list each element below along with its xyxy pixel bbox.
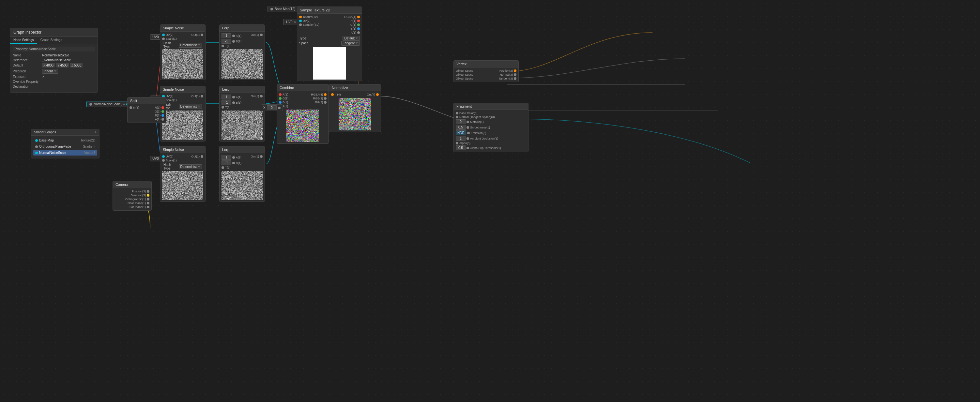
lerp2-a-val[interactable]: 1 — [221, 95, 231, 99]
sn1-preview — [162, 49, 203, 79]
inspector-row-declaration: Declaration — [13, 85, 95, 88]
vertex-node[interactable]: Vertex Object Space Position(3) Object S… — [453, 60, 519, 82]
camera-orth-label: Orthographic(1) — [125, 197, 146, 201]
xyz-x[interactable]: X 4000 — [42, 63, 55, 67]
sn3-hash-dropdown[interactable]: Determinist ▼ — [179, 164, 202, 169]
type-dropdown[interactable]: Default ▼ — [342, 36, 360, 41]
lerp1-a-port — [232, 35, 235, 37]
name-value: NormalNoiseScale — [42, 54, 95, 57]
normal-noise-label: NormalNoiseScale(3) — [94, 102, 125, 106]
xyz-y[interactable]: Y 4500 — [56, 63, 69, 67]
exposed-label: Exposed — [13, 75, 42, 79]
lerp3-b-port — [232, 162, 235, 164]
frag-metallic-val[interactable]: 0 — [456, 119, 466, 124]
shader-graph-add[interactable]: + — [95, 130, 97, 134]
camera-node[interactable]: Camera Position(3) Direction(3) Orthogra… — [113, 181, 152, 211]
frag-normal-port — [456, 116, 458, 118]
sn1-hash-dropdown[interactable]: Determinist ▼ — [179, 43, 202, 48]
a-label: A(1) — [351, 31, 356, 34]
lerp3-a-val[interactable]: 1 — [221, 155, 231, 160]
simple-noise-3-node[interactable]: Simple Noise UV(2) Scale(1) Out(1) — [160, 146, 205, 202]
frag-emission-val[interactable]: HDR — [456, 130, 466, 135]
lerp2-b-val[interactable]: -1 — [221, 100, 231, 105]
split-in: In(3) — [129, 106, 139, 110]
vertex-tang-label: Object Space — [456, 77, 473, 80]
lerp3-b-val[interactable]: -1 — [221, 160, 231, 165]
sample-texture-right-ports: RGBA(4) R(1) G(1) B(1) — [344, 15, 360, 35]
sample-texture-2d-node[interactable]: Sample Texture 2D Texture(T2) UV(2) Samp… — [297, 6, 362, 81]
lerp1-b-val[interactable]: -1 — [221, 39, 231, 44]
reference-label: Reference — [13, 58, 42, 62]
x-zero-val[interactable]: 0 — [267, 105, 277, 110]
sn2-out-label: Out(1) — [191, 95, 200, 98]
vertex-norm-label: Object Space — [456, 73, 473, 76]
normalize-node[interactable]: Normalize In(4) Out(4) — [329, 84, 381, 132]
combine-g-port — [279, 97, 282, 100]
frag-smooth-val[interactable]: 0.5 — [456, 125, 466, 130]
simple-noise-1-node[interactable]: Simple Noise UV(2) Scale(1) Out(1) — [160, 24, 205, 80]
lerp-1-header: Lerp — [220, 25, 264, 32]
b-label: B(1) — [351, 27, 356, 30]
tab-node-settings[interactable]: Node Settings — [10, 37, 37, 44]
shader-graph-body: Base Map Texture2D OrthogonalPlaneFade G… — [31, 136, 99, 158]
lerp-1-node[interactable]: Lerp 1 A(1) -1 B(1) T(1) — [219, 24, 265, 80]
lerp2-out: Out(1) — [251, 94, 262, 98]
tab-graph-settings[interactable]: Graph Settings — [37, 37, 65, 44]
fragment-node[interactable]: Fragment Base Color(3) Normal (Tangent S… — [453, 103, 528, 152]
camera-farplane: Far Plane(1) — [115, 205, 150, 209]
sn1-uv: UV(2) — [162, 33, 177, 37]
shader-item-normalnoise[interactable]: NormalNoiseScale Vector3 — [33, 150, 97, 156]
camera-near-port — [147, 202, 150, 205]
frag-emission: HDR Emission(3) — [456, 130, 526, 136]
frag-alphaclip: 0.5 Alpha Clip Threshold(1) — [456, 145, 526, 151]
sn3-out-label: Out(1) — [191, 155, 200, 158]
graph-canvas[interactable]: Graph Inspector Node Settings Graph Sett… — [0, 0, 980, 402]
combine-b-port — [279, 101, 282, 104]
lerp2-out-label: Out(1) — [251, 95, 259, 98]
r-port — [357, 19, 360, 22]
a-port — [357, 31, 360, 34]
combine-rgb-label: RGB(3) — [313, 97, 323, 100]
sample-texture-left-ports: Texture(T2) UV(2) Sampler(S2) — [299, 15, 320, 35]
split-node[interactable]: Split In(3) R(1) G(1) — [127, 97, 166, 123]
frag-basecolor-label: Base Color(3) — [459, 111, 477, 115]
xyz-z[interactable]: Z 5000 — [70, 63, 83, 67]
camera-far-label: Far Plane(1) — [129, 205, 146, 209]
precision-dropdown[interactable]: Inherit ▼ — [42, 69, 58, 74]
camera-dir-label: Direction(3) — [130, 194, 146, 197]
frag-ao-val[interactable]: 1 — [456, 136, 466, 141]
normalize-preview — [339, 98, 371, 130]
sn2-hash-value: Determinist — [180, 105, 197, 108]
normal-noise-scale-node[interactable]: NormalNoiseScale(3) — [86, 101, 132, 107]
graph-inspector-panel: Graph Inspector Node Settings Graph Sett… — [10, 28, 98, 92]
lerp-2-node[interactable]: Lerp 1 A(1) -1 B(1) T(1) — [219, 86, 265, 141]
frag-metallic: 0 Metallic(1) — [456, 119, 526, 124]
frag-alpha-port — [456, 142, 458, 145]
lerp3-preview — [221, 171, 262, 200]
shader-item-basemap[interactable]: Base Map Texture2D — [33, 138, 97, 143]
lerp1-a-val[interactable]: 1 — [221, 33, 231, 38]
split-b-port — [161, 114, 164, 117]
sn3-hash-row: Hash Type Determinist ▼ — [162, 162, 203, 171]
lerp2-t: T(1) — [221, 105, 242, 109]
inspector-row-override: Override Property — — [13, 80, 95, 83]
split-r-port — [161, 106, 164, 109]
frag-basecolor-port — [456, 112, 458, 114]
split-r-label: R(1) — [155, 106, 161, 109]
reference-value: _NormalNoiseScale — [42, 58, 95, 62]
normal-noise-in-port — [89, 103, 92, 106]
simple-noise-2-node[interactable]: Simple Noise UV(2) Scale(1) Out(1) — [160, 86, 205, 141]
combine-header: Combine — [277, 84, 329, 91]
shader-item-planefade[interactable]: OrthogonalPlaneFade Gradient — [33, 144, 97, 149]
combine-node[interactable]: Combine R(1) G(1) B(1) — [277, 84, 329, 144]
x-zero-node[interactable]: X 0 — [261, 104, 283, 111]
space-dropdown[interactable]: Tangent ▼ — [341, 41, 360, 46]
split-left: In(3) — [129, 106, 139, 121]
shader-item-left-normalnoise: NormalNoiseScale — [35, 151, 66, 154]
type-arrow: ▼ — [356, 37, 358, 40]
lerp2-b-port — [232, 102, 235, 104]
name-label: Name — [13, 54, 42, 57]
frag-alphaclip-val[interactable]: 0.5 — [456, 145, 466, 150]
lerp-3-node[interactable]: Lerp 1 A(1) -1 B(1) T(1) — [219, 146, 265, 202]
sn2-hash-dropdown[interactable]: Determinist ▼ — [179, 104, 202, 109]
